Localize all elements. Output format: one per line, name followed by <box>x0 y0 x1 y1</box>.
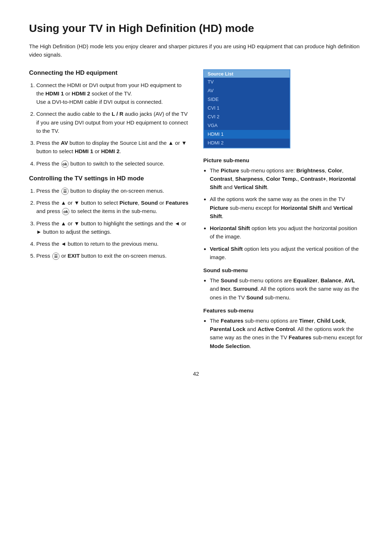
source-list-item-vga: VGA <box>204 121 290 130</box>
menu-button-icon2: ☰ <box>52 253 60 260</box>
source-list-header: Source List <box>204 70 290 78</box>
source-list-item-cvi2: CVI 2 <box>204 113 290 121</box>
source-list-item-side: SIDE <box>204 95 290 104</box>
list-item: All the options work the same way as the… <box>210 195 363 220</box>
list-item: The Features sub-menu options are Timer,… <box>210 316 363 350</box>
ok-button-icon2: ok <box>62 208 69 215</box>
two-column-layout: Connecting the HD equipment Connect the … <box>29 69 363 356</box>
picture-submenu-list: The Picture sub-menu options are: Bright… <box>203 166 363 262</box>
intro-text: The High Definition (HD) mode lets you e… <box>29 42 363 59</box>
list-item: The Sound sub-menu options are Equalizer… <box>210 276 363 302</box>
list-item: Vertical Shift option lets you adjust th… <box>210 245 363 262</box>
list-item: Press the ok button to switch to the sel… <box>36 159 189 168</box>
section2-heading: Controlling the TV settings in HD mode <box>29 175 189 182</box>
page-number: 42 <box>29 371 363 377</box>
source-list-item-hdmi2: HDMI 2 <box>204 139 290 147</box>
list-item: Horizontal Shift option lets you adjust … <box>210 224 363 241</box>
list-item: Press the ▲ or ▼ button to highlight the… <box>36 219 189 236</box>
source-list-item-tv: TV <box>204 78 290 86</box>
source-list-item-hdmi1: HDMI 1 <box>204 130 290 139</box>
menu-button-icon: ☰ <box>61 188 69 195</box>
list-item: Press the ☰ button to display the on-scr… <box>36 187 189 195</box>
section1-list: Connect the HDMI or DVI output from your… <box>29 81 189 168</box>
features-submenu-heading: Features sub-menu <box>203 307 363 314</box>
section1-heading: Connecting the HD equipment <box>29 69 189 77</box>
list-item: Press the ◄ button to return to the prev… <box>36 240 189 248</box>
list-item: Press the ▲ or ▼ button to select Pictur… <box>36 199 189 216</box>
ok-button-icon: ok <box>61 160 69 168</box>
list-item: Press ☰ or EXIT button to exit the on-sc… <box>36 252 189 260</box>
left-column: Connecting the HD equipment Connect the … <box>29 69 189 356</box>
sound-submenu-heading: Sound sub-menu <box>203 267 363 273</box>
source-list-item-cvi1: CVI 1 <box>204 104 290 113</box>
page-title: Using your TV in High Definition (HD) mo… <box>29 22 363 35</box>
list-item: Connect the HDMI or DVI output from your… <box>36 81 189 106</box>
source-list-item-av: AV <box>204 86 290 95</box>
section2-list: Press the ☰ button to display the on-scr… <box>29 187 189 260</box>
picture-submenu-heading: Picture sub-menu <box>203 157 363 163</box>
right-column: Source List TV AV SIDE CVI 1 CVI 2 VGA H… <box>203 69 363 356</box>
list-item: Connect the audio cable to the L / R aud… <box>36 110 189 135</box>
sound-submenu-list: The Sound sub-menu options are Equalizer… <box>203 276 363 302</box>
list-item: The Picture sub-menu options are: Bright… <box>210 166 363 192</box>
source-list-box: Source List TV AV SIDE CVI 1 CVI 2 VGA H… <box>203 69 290 148</box>
features-submenu-list: The Features sub-menu options are Timer,… <box>203 316 363 350</box>
source-list-items: TV AV SIDE CVI 1 CVI 2 VGA HDMI 1 HDMI 2 <box>204 78 290 148</box>
list-item: Press the AV button to display the Sourc… <box>36 139 189 156</box>
